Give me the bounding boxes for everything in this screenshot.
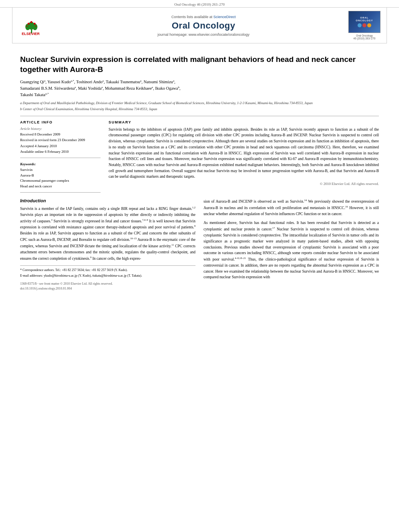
affiliation-b: b Center of Oral Clinical Examination, H… xyxy=(20,107,379,112)
intro-paragraph-3: As mentioned above, Survivin has dual fu… xyxy=(204,220,379,280)
intro-paragraph-1: Survivin is a member of the IAP family, … xyxy=(20,205,195,261)
sciencedirect-line: Contents lists available at ScienceDirec… xyxy=(65,14,342,19)
page: Oral Oncology 46 (2010) 263–270 xyxy=(0,0,399,532)
received-date: Received 8 December 2009 xyxy=(20,132,101,137)
journal-title: Oral Oncology xyxy=(65,21,342,31)
doi-line: doi:10.1016/j.oraloncology.2010.01.004 xyxy=(20,286,195,291)
copyright-line: © 2010 Elsevier Ltd. All rights reserved… xyxy=(109,182,379,186)
history-label: Article history: xyxy=(20,127,101,131)
accepted-date: Accepted 4 January 2010 xyxy=(20,144,101,149)
svg-point-4 xyxy=(27,23,29,25)
footer-info: 1368-8375/$ - see front matter © 2010 El… xyxy=(20,281,195,291)
journal-logo-box: ORAL ONCOLOGY xyxy=(348,11,380,33)
authors-line: Guangying Qia, Yasusei Kudoa,*, Toshinor… xyxy=(20,78,379,98)
intro-paragraph-2: sion of Aurora-B and INCENP is observed … xyxy=(204,198,379,217)
issn-line: 1368-8375/$ - see front matter © 2010 El… xyxy=(20,281,195,286)
main-content: Nuclear Survivin expression is correlate… xyxy=(0,43,399,299)
svg-point-5 xyxy=(30,21,32,23)
keyword-aurora: Aurora-B xyxy=(20,173,101,179)
author-ikuko: Ikuko Ogawab, xyxy=(155,86,181,90)
author-samadarani: Samadarani B.S.M. Siriwardenaa, xyxy=(20,86,78,90)
svg-point-6 xyxy=(33,23,35,25)
info-summary-section: ARTICLE INFO Article history: Received 8… xyxy=(20,120,379,193)
sciencedirect-link[interactable]: ScienceDirect xyxy=(214,15,236,19)
divider-1 xyxy=(20,116,379,116)
body-left-col: Introduction Survivin is a member of the… xyxy=(20,198,195,291)
available-date: Available online 6 February 2010 xyxy=(20,149,101,154)
keyword-cpc: Chromosomal passenger complex xyxy=(20,178,101,184)
article-info-col: ARTICLE INFO Article history: Received 8… xyxy=(20,120,101,193)
article-info-title: ARTICLE INFO xyxy=(20,120,101,124)
keywords-title: Keywords: xyxy=(20,162,101,166)
introduction-heading: Introduction xyxy=(20,198,195,203)
affiliations: a Department of Oral and Maxillofacial P… xyxy=(20,101,379,112)
svg-text:ELSEVIER: ELSEVIER xyxy=(22,32,40,36)
body-section: Introduction Survivin is a member of the… xyxy=(20,198,379,291)
header-right: ORAL ONCOLOGY Oral Oncology46 (2010) 263… xyxy=(346,11,383,40)
svg-point-8 xyxy=(35,26,36,27)
top-bar: Oral Oncology 46 (2010) 263–270 xyxy=(0,0,399,8)
journal-homepage: journal homepage: www.elsevier.com/locat… xyxy=(65,33,342,37)
received-revised-date: Received in revised form 23 December 200… xyxy=(20,138,101,143)
keyword-hn-cancer: Head and neck cancer xyxy=(20,184,101,189)
author-guangying: Guangying Qia, xyxy=(20,80,47,84)
volume-info: Oral Oncology46 (2010) 263–270 xyxy=(354,34,376,40)
svg-point-7 xyxy=(26,26,27,27)
divider-keywords xyxy=(20,158,101,158)
author-mohammad: Mohammad Reza Keikhaeea, xyxy=(105,86,155,90)
journal-header: ELSEVIER Contents lists available at Sci… xyxy=(12,8,387,43)
author-yasusei: Yasusei Kudoa,*, xyxy=(47,80,76,84)
footnote-email: E-mail addresses: ykudo@hiroshima-u.ac.j… xyxy=(20,273,195,278)
summary-title: SUMMARY xyxy=(109,120,379,124)
svg-point-3 xyxy=(33,24,37,30)
header-left: ELSEVIER xyxy=(16,15,61,36)
keywords-section: Keywords: Survivin Aurora-B Chromosomal … xyxy=(20,162,101,189)
summary-col: SUMMARY Survivin belongs to the inhibito… xyxy=(109,120,379,193)
svg-point-2 xyxy=(25,24,30,30)
body-right-col: sion of Aurora-B and INCENP is observed … xyxy=(204,198,379,291)
author-natsumi: Natsumi Shimizua, xyxy=(144,80,175,84)
author-toshinori: Toshinori Andoa, xyxy=(76,80,106,84)
header-center: Contents lists available at ScienceDirec… xyxy=(61,14,346,37)
sciencedirect-prefix: Contents lists available at xyxy=(171,15,212,19)
body-two-col: Introduction Survivin is a member of the… xyxy=(20,198,379,291)
footnote-area: * Correspondence authors. Tel.: +81 82 2… xyxy=(20,265,195,278)
keyword-survivin: Survivin xyxy=(20,167,101,173)
elsevier-logo-icon: ELSEVIER xyxy=(20,15,58,36)
summary-text: Survivin belongs to the inhibitors of ap… xyxy=(109,127,379,180)
divider-below-keywords xyxy=(20,192,101,193)
affiliation-a: a Department of Oral and Maxillofacial P… xyxy=(20,101,379,106)
footnote-correspondence: * Correspondence authors. Tel.: +81 82 2… xyxy=(20,268,195,273)
logo-text: ORAL ONCOLOGY xyxy=(356,16,373,27)
author-takashi: Takashi Takataa,* xyxy=(20,92,49,97)
author-takaaki: Takaaki Tsunematsua, xyxy=(106,80,144,84)
author-maki: Maki Yoshidaa, xyxy=(78,86,105,90)
article-title: Nuclear Survivin expression is correlate… xyxy=(20,55,379,74)
journal-ref: Oral Oncology 46 (2010) 263–270 xyxy=(175,2,225,6)
